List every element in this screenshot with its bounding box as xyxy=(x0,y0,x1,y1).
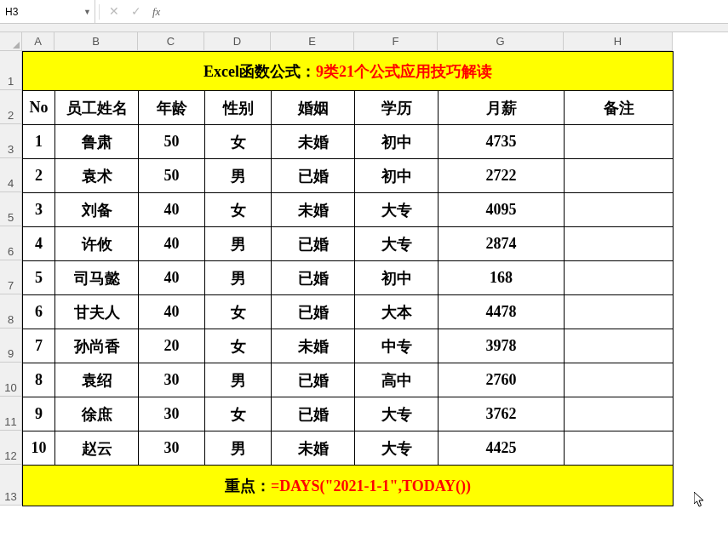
column-header-B[interactable]: B xyxy=(54,32,138,51)
dropdown-icon[interactable]: ▼ xyxy=(83,8,91,16)
title-cell[interactable]: Excel函数公式：9类21个公式应用技巧解读 xyxy=(23,52,674,91)
data-cell[interactable]: 2722 xyxy=(439,159,565,193)
data-cell[interactable]: 4 xyxy=(23,227,55,261)
row-header-2[interactable]: 2 xyxy=(0,90,22,124)
select-all-corner[interactable] xyxy=(0,32,22,51)
data-cell[interactable]: 袁术 xyxy=(55,159,139,193)
formula-input[interactable] xyxy=(165,0,728,23)
data-cell[interactable]: 司马懿 xyxy=(55,261,139,295)
data-cell[interactable]: 50 xyxy=(139,159,205,193)
data-cell[interactable]: 刘备 xyxy=(55,193,139,227)
row-header-8[interactable]: 8 xyxy=(0,294,22,329)
data-cell[interactable]: 30 xyxy=(139,363,205,397)
data-cell[interactable]: 10 xyxy=(23,431,55,466)
data-cell[interactable]: 甘夫人 xyxy=(55,295,139,329)
data-cell[interactable]: 30 xyxy=(139,397,205,431)
data-cell[interactable]: 未婚 xyxy=(272,193,355,227)
data-cell[interactable]: 40 xyxy=(139,261,205,295)
data-cell[interactable]: 男 xyxy=(205,261,272,295)
enter-icon[interactable]: ✓ xyxy=(125,0,147,23)
row-header-3[interactable]: 3 xyxy=(0,124,22,158)
row-header-13[interactable]: 13 xyxy=(0,465,22,506)
data-cell[interactable]: 袁绍 xyxy=(55,363,139,397)
data-cell[interactable] xyxy=(565,227,674,261)
header-cell[interactable]: 性别 xyxy=(205,91,272,125)
data-cell[interactable]: 已婚 xyxy=(272,295,355,329)
data-cell[interactable] xyxy=(565,397,674,431)
data-cell[interactable] xyxy=(565,159,674,193)
data-cell[interactable]: 赵云 xyxy=(55,431,139,466)
data-cell[interactable]: 6 xyxy=(23,295,55,329)
row-header-12[interactable]: 12 xyxy=(0,431,22,465)
footer-cell[interactable]: 重点：=DAYS("2021-1-1",TODAY()) xyxy=(23,466,674,506)
data-cell[interactable]: 徐庶 xyxy=(55,397,139,431)
column-header-A[interactable]: A xyxy=(22,32,54,51)
data-cell[interactable]: 中专 xyxy=(355,329,439,363)
column-header-F[interactable]: F xyxy=(354,32,438,51)
data-cell[interactable]: 男 xyxy=(205,431,272,466)
data-cell[interactable]: 40 xyxy=(139,227,205,261)
data-cell[interactable]: 8 xyxy=(23,363,55,397)
data-cell[interactable]: 大本 xyxy=(355,295,439,329)
data-cell[interactable]: 1 xyxy=(23,125,55,159)
data-cell[interactable]: 女 xyxy=(205,397,272,431)
data-cell[interactable]: 168 xyxy=(439,261,565,295)
row-header-9[interactable]: 9 xyxy=(0,329,22,363)
data-cell[interactable]: 已婚 xyxy=(272,159,355,193)
data-cell[interactable]: 已婚 xyxy=(272,397,355,431)
header-cell[interactable]: 员工姓名 xyxy=(55,91,139,125)
data-cell[interactable]: 2874 xyxy=(439,227,565,261)
row-header-5[interactable]: 5 xyxy=(0,192,22,226)
data-cell[interactable]: 40 xyxy=(139,295,205,329)
data-cell[interactable] xyxy=(565,261,674,295)
row-header-6[interactable]: 6 xyxy=(0,226,22,260)
data-cell[interactable]: 初中 xyxy=(355,125,439,159)
data-cell[interactable]: 大专 xyxy=(355,397,439,431)
name-box[interactable]: H3 ▼ xyxy=(0,0,95,23)
data-cell[interactable]: 初中 xyxy=(355,159,439,193)
data-cell[interactable]: 3 xyxy=(23,193,55,227)
data-cell[interactable]: 高中 xyxy=(355,363,439,397)
data-cell[interactable]: 男 xyxy=(205,363,272,397)
data-cell[interactable]: 初中 xyxy=(355,261,439,295)
data-cell[interactable]: 孙尚香 xyxy=(55,329,139,363)
data-cell[interactable]: 未婚 xyxy=(272,329,355,363)
fx-icon[interactable]: fx xyxy=(147,5,165,19)
data-cell[interactable] xyxy=(565,193,674,227)
header-cell[interactable]: 学历 xyxy=(355,91,439,125)
data-cell[interactable] xyxy=(565,125,674,159)
data-cell[interactable] xyxy=(565,329,674,363)
cells-area[interactable]: Excel函数公式：9类21个公式应用技巧解读No员工姓名年龄性别婚姻学历月薪备… xyxy=(22,51,728,560)
header-cell[interactable]: 备注 xyxy=(565,91,674,125)
data-cell[interactable]: 女 xyxy=(205,295,272,329)
data-cell[interactable]: 3762 xyxy=(439,397,565,431)
column-header-C[interactable]: C xyxy=(138,32,204,51)
data-cell[interactable]: 3978 xyxy=(439,329,565,363)
data-cell[interactable] xyxy=(565,431,674,466)
data-cell[interactable]: 大专 xyxy=(355,227,439,261)
column-header-H[interactable]: H xyxy=(564,32,673,51)
data-cell[interactable]: 女 xyxy=(205,193,272,227)
data-cell[interactable]: 30 xyxy=(139,431,205,466)
row-header-10[interactable]: 10 xyxy=(0,363,22,397)
data-cell[interactable]: 已婚 xyxy=(272,227,355,261)
row-header-11[interactable]: 11 xyxy=(0,397,22,431)
header-cell[interactable]: No xyxy=(23,91,55,125)
data-cell[interactable]: 大专 xyxy=(355,193,439,227)
data-cell[interactable]: 40 xyxy=(139,193,205,227)
data-cell[interactable]: 7 xyxy=(23,329,55,363)
data-cell[interactable]: 女 xyxy=(205,125,272,159)
row-header-7[interactable]: 7 xyxy=(0,260,22,294)
data-cell[interactable] xyxy=(565,295,674,329)
header-cell[interactable]: 年龄 xyxy=(139,91,205,125)
data-cell[interactable]: 50 xyxy=(139,125,205,159)
data-cell[interactable]: 5 xyxy=(23,261,55,295)
data-cell[interactable]: 女 xyxy=(205,329,272,363)
data-cell[interactable]: 未婚 xyxy=(272,125,355,159)
data-cell[interactable] xyxy=(565,363,674,397)
data-cell[interactable]: 鲁肃 xyxy=(55,125,139,159)
data-cell[interactable]: 大专 xyxy=(355,431,439,466)
data-cell[interactable]: 男 xyxy=(205,227,272,261)
data-cell[interactable]: 4478 xyxy=(439,295,565,329)
data-cell[interactable]: 已婚 xyxy=(272,261,355,295)
